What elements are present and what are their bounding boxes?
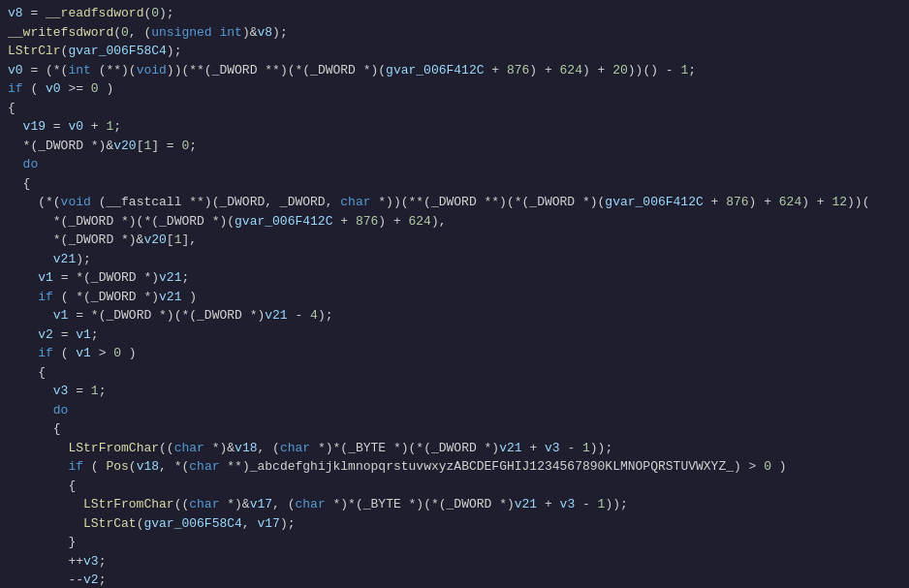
code-line-14: v21);	[0, 250, 909, 269]
code-line-6: {	[0, 99, 909, 118]
code-line-26: {	[0, 477, 909, 496]
code-line-27: LStrFromChar((char *)&v17, (char *)*(_BY…	[0, 495, 909, 514]
code-line-3: LStrClr(gvar_006F58C4);	[0, 42, 909, 61]
code-line-7: v19 = v0 + 1;	[0, 117, 909, 137]
code-line-1: v8 = __readfsdword(0);	[0, 4, 909, 23]
code-line-8: *(_DWORD *)&v20[1] = 0;	[0, 137, 909, 156]
code-line-15: v1 = *(_DWORD *)v21;	[0, 268, 909, 288]
code-line-16: if ( *(_DWORD *)v21 )	[0, 288, 909, 307]
code-line-4: v0 = (*(int (**)(void))(**(_DWORD **)(*(…	[0, 61, 909, 80]
code-line-29: }	[0, 533, 909, 552]
code-line-30: ++v3;	[0, 552, 909, 572]
code-line-10: {	[0, 174, 909, 194]
code-line-19: if ( v1 > 0 )	[0, 344, 909, 363]
code-line-12: *(_DWORD *)(*(_DWORD *)(gvar_006F412C + …	[0, 212, 909, 232]
code-line-21: v3 = 1;	[0, 382, 909, 401]
code-line-17: v1 = *(_DWORD *)(*(_DWORD *)v21 - 4);	[0, 306, 909, 325]
code-line-2: __writefsdword(0, (unsigned int)&v8);	[0, 23, 909, 43]
code-line-23: {	[0, 419, 909, 439]
code-line-11: (*(void (__fastcall **)(_DWORD, _DWORD, …	[0, 193, 909, 212]
code-line-5: if ( v0 >= 0 )	[0, 79, 909, 99]
code-line-24: LStrFromChar((char *)&v18, (char *)*(_BY…	[0, 439, 909, 458]
code-line-13: *(_DWORD *)&v20[1],	[0, 231, 909, 250]
code-line-18: v2 = v1;	[0, 325, 909, 345]
code-line-28: LStrCat(gvar_006F58C4, v17);	[0, 514, 909, 534]
code-line-22: do	[0, 401, 909, 420]
code-line-9: do	[0, 155, 909, 174]
code-line-20: {	[0, 363, 909, 383]
code-line-31: --v2;	[0, 571, 909, 588]
code-line-25: if ( Pos(v18, *(char **)_abcdefghijklmno…	[0, 457, 909, 477]
code-editor: v8 = __readfsdword(0); __writefsdword(0,…	[0, 0, 909, 588]
